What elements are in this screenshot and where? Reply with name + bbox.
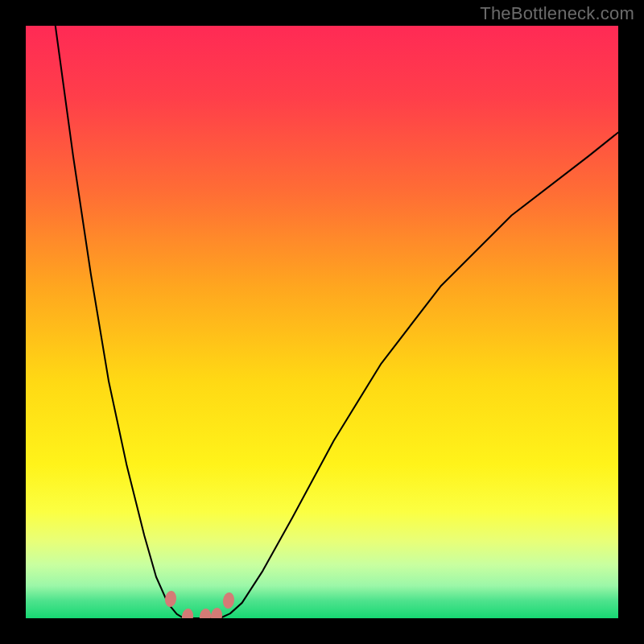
chart-frame: TheBottleneck.com	[0, 0, 644, 644]
curve-marker	[222, 592, 236, 609]
curve-marker	[181, 608, 195, 618]
watermark-text: TheBottleneck.com	[480, 3, 634, 24]
curve-marker	[164, 591, 178, 609]
curve-markers	[26, 26, 618, 618]
curve-marker	[210, 607, 224, 618]
plot-area	[26, 26, 618, 618]
